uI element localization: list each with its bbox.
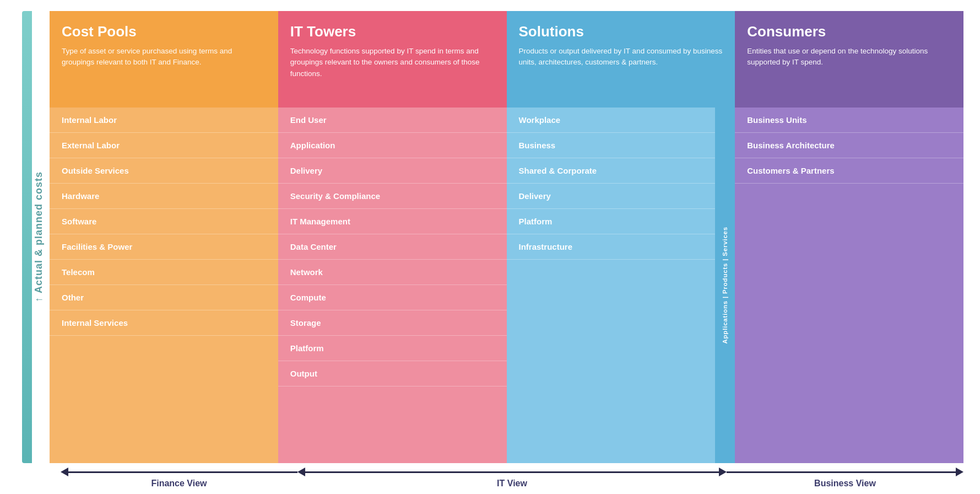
cost-pools-column: Cost Pools Type of asset or service purc… <box>50 11 278 463</box>
list-item: Facilities & Power <box>50 234 278 260</box>
list-item: Network <box>278 260 507 285</box>
it-arrow-row <box>297 468 727 476</box>
list-item: Application <box>278 133 507 158</box>
vertical-axis-label: ↑ Actual & planned costs <box>33 171 45 302</box>
solutions-description: Products or output delivered by IT and c… <box>519 46 723 68</box>
solutions-side-label-area: Applications | Products | Services <box>715 108 735 463</box>
it-towers-items: End User Application Delivery Security &… <box>278 108 507 463</box>
it-towers-title: IT Towers <box>290 23 495 40</box>
solutions-content-row: Workplace Business Shared & Corporate De… <box>507 108 735 463</box>
list-item: Output <box>278 361 507 386</box>
list-item: Delivery <box>507 184 716 209</box>
it-towers-column: IT Towers Technology functions supported… <box>278 11 507 463</box>
list-item: Internal Labor <box>50 108 278 133</box>
list-item: Business <box>507 133 716 158</box>
solutions-side-label-text: Applications | Products | Services <box>722 227 728 344</box>
list-item: Storage <box>278 310 507 336</box>
consumers-title: Consumers <box>747 23 951 40</box>
list-item: Workplace <box>507 108 716 133</box>
columns-area: Cost Pools Type of asset or service purc… <box>50 11 963 463</box>
solutions-title: Solutions <box>519 23 723 40</box>
finance-arrow-shaft <box>68 471 297 473</box>
it-arrow-shaft <box>305 471 719 473</box>
consumers-header: Consumers Entities that use or depend on… <box>735 11 963 108</box>
list-item: Internal Services <box>50 310 278 336</box>
finance-arrow-left <box>61 468 68 476</box>
list-item: Telecom <box>50 260 278 285</box>
it-view-section: IT View <box>297 468 727 488</box>
business-view-label: Business View <box>814 479 876 488</box>
list-item: Compute <box>278 285 507 310</box>
business-arrow-right <box>956 468 963 476</box>
cost-pools-title: Cost Pools <box>62 23 266 40</box>
solutions-column: Solutions Products or output delivered b… <box>507 11 735 463</box>
cost-pools-header: Cost Pools Type of asset or service purc… <box>50 11 278 108</box>
list-item: Infrastructure <box>507 234 716 260</box>
list-item: End User <box>278 108 507 133</box>
consumers-items: Business Units Business Architecture Cus… <box>735 108 963 463</box>
it-view-label: IT View <box>497 479 527 488</box>
list-item: Business Architecture <box>735 133 963 158</box>
list-item: Platform <box>278 336 507 361</box>
list-item: Security & Compliance <box>278 184 507 209</box>
list-item: Customers & Partners <box>735 158 963 184</box>
it-towers-header: IT Towers Technology functions supported… <box>278 11 507 108</box>
list-item: IT Management <box>278 209 507 234</box>
solutions-items-list: Workplace Business Shared & Corporate De… <box>507 108 716 463</box>
main-container: ↑ Actual & planned costs Cost Pools Type… <box>17 11 963 463</box>
vertical-axis-text: Actual & planned costs <box>33 171 45 293</box>
it-arrow-right <box>719 468 727 476</box>
list-item: Data Center <box>278 234 507 260</box>
vertical-axis-arrow: ↑ <box>33 297 45 303</box>
bottom-axis-row: Finance View IT View Business View <box>17 468 963 488</box>
list-item: Business Units <box>735 108 963 133</box>
solutions-header: Solutions Products or output delivered b… <box>507 11 735 108</box>
business-arrow-row <box>727 468 963 476</box>
finance-view-label: Finance View <box>151 479 207 488</box>
business-view-section: Business View <box>727 468 963 488</box>
it-arrow-left <box>297 468 305 476</box>
list-item: Software <box>50 209 278 234</box>
finance-arrow-row <box>61 468 297 476</box>
list-item: Other <box>50 285 278 310</box>
cost-pools-description: Type of asset or service purchased using… <box>62 46 266 68</box>
vertical-sidebar-bar <box>22 11 32 463</box>
vertical-label-area: ↑ Actual & planned costs <box>17 11 50 463</box>
consumers-column: Consumers Entities that use or depend on… <box>735 11 963 463</box>
list-item: Hardware <box>50 184 278 209</box>
list-item: Delivery <box>278 158 507 184</box>
business-arrow-shaft <box>727 471 956 473</box>
list-item: External Labor <box>50 133 278 158</box>
finance-view-section: Finance View <box>61 468 297 488</box>
it-towers-description: Technology functions supported by IT spe… <box>290 46 495 79</box>
cost-pools-items: Internal Labor External Labor Outside Se… <box>50 108 278 463</box>
list-item: Platform <box>507 209 716 234</box>
list-item: Shared & Corporate <box>507 158 716 184</box>
list-item: Outside Services <box>50 158 278 184</box>
consumers-description: Entities that use or depend on the techn… <box>747 46 951 68</box>
